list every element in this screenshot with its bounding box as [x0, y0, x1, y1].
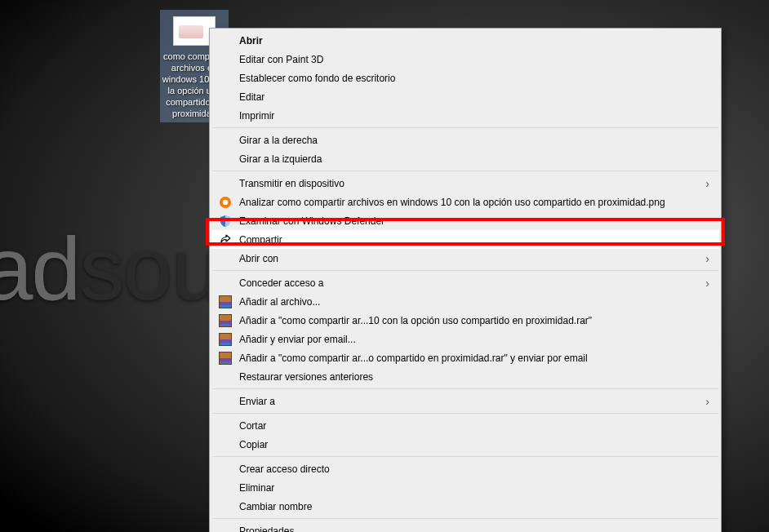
menu-item-label: Transmitir en dispositivo: [239, 178, 344, 189]
menu-item-label: Propiedades: [239, 525, 294, 533]
menu-item-cambiar-nombre[interactable]: Cambiar nombre: [211, 497, 719, 516]
rar-icon: [219, 352, 232, 365]
menu-item-conceder-acceso-a[interactable]: Conceder acceso a›: [211, 273, 719, 292]
context-menu: AbrirEditar con Paint 3DEstablecer como …: [209, 28, 722, 532]
menu-item-a-adir-a-como-compartir-ar-10-con-la-opc[interactable]: Añadir a "como compartir ar...10 con la …: [211, 311, 719, 330]
menu-separator: [212, 518, 718, 519]
rar-icon: [219, 314, 232, 327]
menu-item-label: Analizar como compartir archivos en wind…: [239, 197, 665, 208]
menu-separator: [212, 413, 718, 414]
menu-item-girar-a-la-izquierda[interactable]: Girar a la izquierda: [211, 149, 719, 168]
menu-item-compartir[interactable]: Compartir: [211, 230, 719, 249]
chevron-right-icon: ›: [705, 177, 709, 190]
menu-separator: [212, 127, 718, 128]
menu-item-cortar[interactable]: Cortar: [211, 416, 719, 435]
menu-item-label: Girar a la derecha: [239, 135, 318, 146]
menu-item-label: Abrir con: [239, 253, 278, 264]
menu-item-abrir[interactable]: Abrir: [211, 31, 719, 50]
chevron-right-icon: ›: [705, 252, 709, 265]
menu-item-establecer-como-fondo-de-escritorio[interactable]: Establecer como fondo de escritorio: [211, 69, 719, 87]
menu-item-label: Restaurar versiones anteriores: [239, 371, 373, 383]
menu-item-a-adir-y-enviar-por-email[interactable]: Añadir y enviar por email...: [211, 330, 719, 348]
rar-icon: [219, 295, 232, 308]
menu-item-analizar-como-compartir-archivos-en-wind[interactable]: Analizar como compartir archivos en wind…: [211, 193, 719, 211]
menu-item-label: Establecer como fondo de escritorio: [239, 73, 395, 84]
menu-item-label: Examinar con Windows Defender: [239, 215, 384, 227]
menu-item-copiar[interactable]: Copiar: [211, 435, 719, 454]
menu-item-restaurar-versiones-anteriores[interactable]: Restaurar versiones anteriores: [211, 367, 719, 386]
menu-item-label: Imprimir: [239, 110, 274, 122]
menu-item-label: Añadir a "como compartir ar...o comparti…: [239, 352, 588, 364]
menu-item-label: Editar con Paint 3D: [239, 54, 323, 65]
menu-item-examinar-con-windows-defender[interactable]: Examinar con Windows Defender: [211, 211, 719, 230]
menu-item-editar-con-paint-3d[interactable]: Editar con Paint 3D: [211, 50, 719, 69]
menu-separator: [212, 388, 718, 389]
menu-item-label: Añadir al archivo...: [239, 296, 320, 308]
menu-item-enviar-a[interactable]: Enviar a›: [211, 392, 719, 410]
menu-item-a-adir-al-archivo[interactable]: Añadir al archivo...: [211, 292, 719, 311]
menu-item-label: Conceder acceso a: [239, 277, 323, 289]
menu-item-label: Cortar: [239, 420, 266, 432]
menu-item-imprimir[interactable]: Imprimir: [211, 106, 719, 125]
menu-item-label: Cambiar nombre: [239, 501, 312, 512]
menu-item-label: Eliminar: [239, 482, 274, 494]
avast-icon: [219, 196, 232, 209]
defender-icon: [219, 215, 232, 228]
menu-item-label: Girar a la izquierda: [239, 153, 322, 165]
menu-item-editar[interactable]: Editar: [211, 87, 719, 106]
rar-icon: [219, 333, 232, 346]
menu-item-girar-a-la-derecha[interactable]: Girar a la derecha: [211, 131, 719, 149]
svg-point-1: [223, 199, 228, 204]
menu-item-a-adir-a-como-compartir-ar-o-compartido-[interactable]: Añadir a "como compartir ar...o comparti…: [211, 348, 719, 367]
menu-separator: [212, 456, 718, 457]
menu-separator: [212, 270, 718, 271]
menu-item-label: Compartir: [239, 234, 282, 246]
menu-item-label: Crear acceso directo: [239, 463, 330, 475]
menu-item-label: Añadir a "como compartir ar...10 con la …: [239, 315, 592, 326]
menu-item-propiedades[interactable]: Propiedades: [211, 521, 719, 532]
share-icon: [219, 233, 232, 246]
menu-item-label: Abrir: [239, 35, 263, 47]
chevron-right-icon: ›: [705, 395, 709, 408]
menu-item-eliminar[interactable]: Eliminar: [211, 478, 719, 497]
menu-item-label: Editar: [239, 91, 264, 103]
chevron-right-icon: ›: [705, 277, 709, 290]
menu-item-crear-acceso-directo[interactable]: Crear acceso directo: [211, 459, 719, 478]
watermark-light: oad: [0, 218, 80, 318]
menu-separator: [212, 171, 718, 171]
menu-item-abrir-con[interactable]: Abrir con›: [211, 249, 719, 268]
menu-item-label: Añadir y enviar por email...: [239, 334, 356, 345]
menu-item-transmitir-en-dispositivo[interactable]: Transmitir en dispositivo›: [211, 174, 719, 193]
menu-item-label: Enviar a: [239, 396, 275, 407]
menu-item-label: Copiar: [239, 439, 268, 450]
